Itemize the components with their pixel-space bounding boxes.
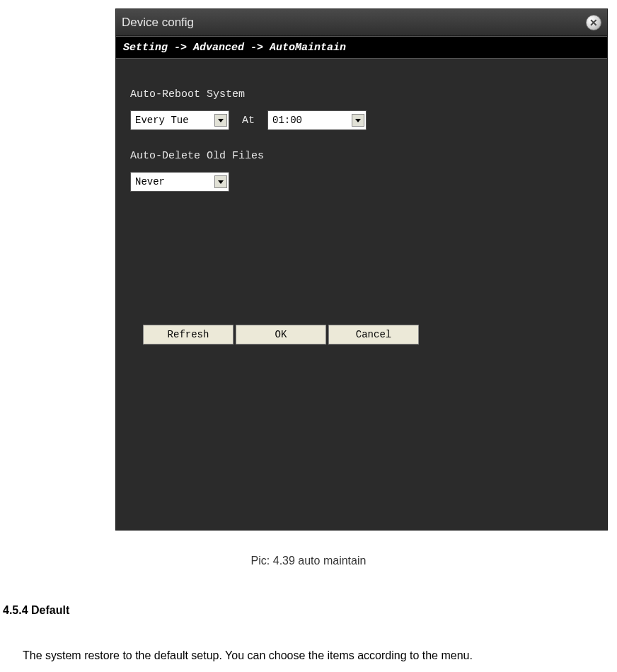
section-heading: 4.5.4 Default [3,604,617,617]
auto-delete-row: Never [130,172,593,192]
close-icon: ✕ [589,17,598,28]
ok-button[interactable]: OK [236,325,326,344]
auto-reboot-time-select[interactable]: 01:00 [267,110,367,130]
body-text: The system restore to the default setup.… [23,649,617,662]
figure-caption: Pic: 4.39 auto maintain [0,555,617,567]
refresh-button[interactable]: Refresh [143,325,233,344]
at-label: At [238,115,259,127]
auto-reboot-day-value: Every Tue [135,115,189,126]
dialog-title-bar: Device config ✕ [116,9,607,36]
close-button[interactable]: ✕ [586,15,601,30]
auto-reboot-day-select[interactable]: Every Tue [130,110,229,130]
chevron-down-icon [214,175,227,188]
dialog-body: Auto-Reboot System Every Tue At 01:00 Au… [116,59,607,344]
breadcrumb: Setting -> Advanced -> AutoMaintain [123,42,346,54]
auto-reboot-row: Every Tue At 01:00 [130,110,593,130]
cancel-button[interactable]: Cancel [328,325,419,344]
breadcrumb-bar: Setting -> Advanced -> AutoMaintain [116,36,607,59]
auto-delete-value: Never [135,176,165,187]
auto-delete-select[interactable]: Never [130,172,229,192]
auto-reboot-time-value: 01:00 [272,115,302,126]
device-config-dialog: Device config ✕ Setting -> Advanced -> A… [115,8,608,531]
auto-delete-label: Auto-Delete Old Files [130,150,593,162]
auto-reboot-label: Auto-Reboot System [130,88,593,100]
chevron-down-icon [214,114,227,127]
button-row: Refresh OK Cancel [143,325,593,344]
chevron-down-icon [352,114,364,127]
dialog-title: Device config [122,16,194,30]
